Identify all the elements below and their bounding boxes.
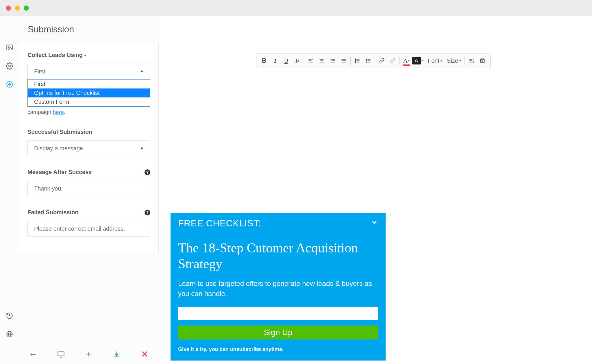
text-color-button[interactable]: A▾ <box>401 55 412 66</box>
dropdown-option[interactable]: Custom Form <box>28 97 150 106</box>
message-after-success-input[interactable] <box>27 181 150 196</box>
add-button[interactable]: + <box>75 348 103 360</box>
svg-point-28 <box>366 59 367 60</box>
svg-point-36 <box>482 60 483 62</box>
window-maximize[interactable] <box>24 5 29 11</box>
unlink-button[interactable] <box>387 55 398 66</box>
bg-color-button[interactable]: A▾ <box>412 55 423 66</box>
collect-leads-dropdown: First Opt-ins for Free Checklist Custom … <box>27 79 150 107</box>
align-left-button[interactable] <box>305 55 316 66</box>
font-selector[interactable]: Font▾ <box>426 58 445 64</box>
gear-icon[interactable] <box>6 62 13 70</box>
window-close[interactable] <box>6 5 11 11</box>
panel-title: Submission <box>19 16 159 42</box>
download-button[interactable] <box>103 350 131 358</box>
svg-text:3: 3 <box>355 61 356 63</box>
image-icon[interactable] <box>6 44 13 51</box>
rich-text-toolbar: B I U Ix 123 A▾ A▾ Font▾ Size▾ <box>256 53 491 68</box>
create-campaign-link[interactable]: here <box>53 109 64 115</box>
collect-leads-label: Collect Leads Using - <box>27 52 150 58</box>
help-icon[interactable]: ? <box>145 169 150 175</box>
back-button[interactable]: ← <box>19 349 47 359</box>
help-icon[interactable]: ? <box>145 210 150 215</box>
svg-rect-0 <box>7 45 12 50</box>
target-icon[interactable] <box>6 81 13 88</box>
align-center-button[interactable] <box>316 55 327 66</box>
collect-leads-select[interactable]: First ▼ <box>27 64 150 79</box>
bottom-action-bar: ← + ✕ <box>19 344 159 364</box>
successful-submission-select[interactable]: Display a message ▼ <box>27 141 150 156</box>
failed-submission-input[interactable] <box>27 221 150 236</box>
size-selector[interactable]: Size▾ <box>445 58 463 64</box>
collect-leads-value: First <box>34 68 45 75</box>
dropdown-option[interactable]: Opt-ins for Free Checklist <box>28 88 150 97</box>
failed-submission-label: Failed Submission ? <box>27 209 150 216</box>
preview-footnote: Give it a try, you can unsubscribe anyti… <box>178 346 378 352</box>
successful-submission-value: Display a message <box>34 145 83 152</box>
desktop-preview-button[interactable] <box>47 350 75 358</box>
preview-email-input[interactable] <box>178 307 378 320</box>
chevron-down-icon[interactable] <box>371 219 378 228</box>
dropdown-option[interactable]: First <box>28 80 150 88</box>
svg-point-1 <box>8 46 9 47</box>
svg-point-30 <box>366 62 367 63</box>
editor-canvas: B I U Ix 123 A▾ A▾ Font▾ Size▾ <box>159 16 592 364</box>
svg-point-4 <box>8 84 10 86</box>
svg-point-2 <box>8 65 10 67</box>
italic-button[interactable]: I <box>270 55 281 66</box>
caret-down-icon: ▼ <box>140 69 144 74</box>
preview-description: Learn to use targeted offers to generate… <box>178 279 378 299</box>
svg-rect-6 <box>58 352 64 356</box>
preview-card: FREE CHECKLIST: The 18-Step Cutomer Acqu… <box>171 213 386 361</box>
settings-panel: Submission Collect Leads Using - First ▼… <box>19 16 159 364</box>
align-justify-button[interactable] <box>338 55 349 66</box>
line-height-button[interactable] <box>466 55 477 66</box>
successful-submission-label: Successful Submission <box>27 129 150 135</box>
preview-signup-button[interactable]: Sign Up <box>178 326 378 339</box>
link-button[interactable] <box>376 55 387 66</box>
underline-button[interactable]: U <box>281 55 292 66</box>
unordered-list-button[interactable] <box>363 55 374 66</box>
window-minimize[interactable] <box>15 5 20 11</box>
clear-format-button[interactable]: Ix <box>292 55 303 66</box>
bold-button[interactable]: B <box>259 55 270 66</box>
close-button[interactable]: ✕ <box>131 349 159 360</box>
preview-kicker: FREE CHECKLIST: <box>178 218 261 229</box>
ordered-list-button[interactable]: 123 <box>352 55 363 66</box>
message-after-success-label: Message After Success ? <box>27 169 150 175</box>
align-right-button[interactable] <box>327 55 338 66</box>
history-icon[interactable] <box>6 312 13 319</box>
globe-icon[interactable] <box>6 330 13 338</box>
svg-rect-35 <box>480 59 484 62</box>
left-icon-rail <box>0 16 19 364</box>
preview-title: The 18-Step Cutomer Acquisition Strategy <box>178 240 378 272</box>
window-titlebar <box>0 0 592 16</box>
svg-point-29 <box>366 60 367 61</box>
save-template-button[interactable] <box>477 55 488 66</box>
caret-down-icon: ▼ <box>140 146 144 151</box>
